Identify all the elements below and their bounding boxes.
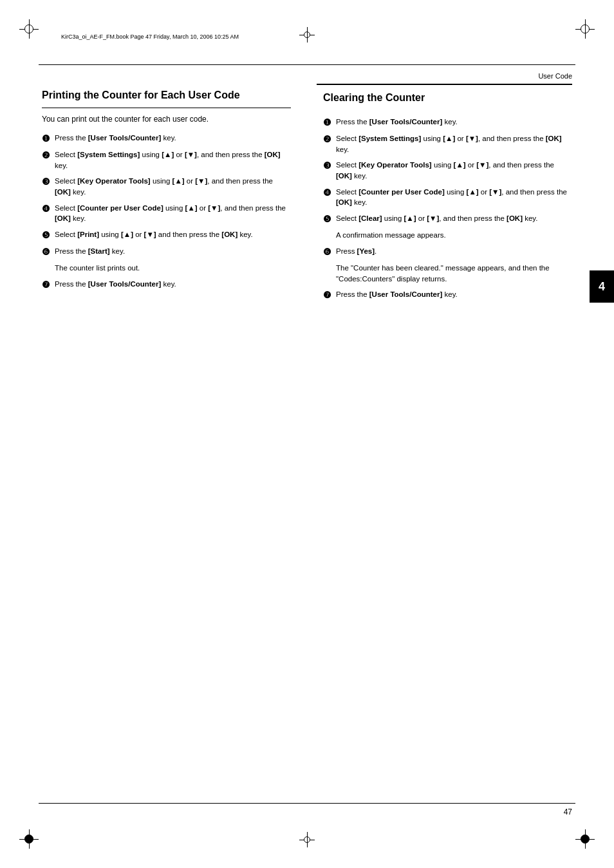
right-column: Clearing the Counter ❶ Press the [User T… (317, 84, 572, 307)
page-number: 47 (564, 807, 572, 816)
left-step-7: ❼ Press the [User Tools/Counter] key. (42, 279, 291, 290)
top-border (39, 64, 575, 65)
left-step-6-note: The counter list prints out. (55, 263, 291, 274)
right-step-1: ❶ Press the [User Tools/Counter] key. (323, 117, 572, 128)
right-step-6-number: ❻ (323, 246, 333, 258)
left-step-3-number: ❸ (42, 176, 52, 187)
right-step-1-content: Press the [User Tools/Counter] key. (336, 117, 572, 127)
left-step-2-number: ❷ (42, 149, 52, 161)
left-intro-text: You can print out the counter for each u… (42, 113, 291, 125)
corner-mark-tr (575, 19, 595, 39)
left-step-1-number: ❶ (42, 133, 52, 144)
left-step-1: ❶ Press the [User Tools/Counter] key. (42, 133, 291, 144)
right-step-6-note: The "Counter has been cleared." message … (336, 263, 572, 284)
right-step-3: ❸ Select [Key Operator Tools] using [▲] … (323, 160, 572, 181)
header-label: User Code (538, 72, 572, 80)
bottom-border (39, 803, 575, 804)
left-column: Printing the Counter for Each User Code … (42, 84, 297, 307)
right-step-2-content: Select [System Settings] using [▲] or [▼… (336, 133, 572, 155)
right-step-6-content: Press [Yes]. (336, 246, 572, 257)
chapter-tab: 4 (590, 270, 614, 303)
right-step-7: ❼ Press the [User Tools/Counter] key. (323, 289, 572, 301)
left-step-4-number: ❹ (42, 203, 52, 214)
left-step-6: ❻ Press the [Start] key. (42, 246, 291, 258)
right-step-7-number: ❼ (323, 289, 333, 301)
right-step-5-content: Select [Clear] using [▲] or [▼], and the… (336, 213, 572, 224)
top-center-mark (299, 27, 315, 42)
left-step-7-number: ❼ (42, 279, 52, 290)
right-step-7-content: Press the [User Tools/Counter] key. (336, 289, 572, 300)
left-step-4: ❹ Select [Counter per User Code] using [… (42, 203, 291, 224)
left-section-title: Printing the Counter for Each User Code (42, 89, 291, 108)
right-step-4-number: ❹ (323, 187, 333, 198)
left-step-5: ❺ Select [Print] using [▲] or [▼] and th… (42, 229, 291, 241)
right-step-3-content: Select [Key Operator Tools] using [▲] or… (336, 160, 572, 181)
page: KirC3a_oi_AE-F_FM.book Page 47 Friday, M… (0, 0, 614, 868)
content-area: Printing the Counter for Each User Code … (42, 84, 572, 797)
right-step-4-content: Select [Counter per User Code] using [▲]… (336, 187, 572, 208)
right-step-1-number: ❶ (323, 117, 333, 128)
left-step-1-content: Press the [User Tools/Counter] key. (55, 133, 291, 144)
right-step-4: ❹ Select [Counter per User Code] using [… (323, 187, 572, 208)
corner-mark-bl (19, 829, 39, 849)
left-step-3-content: Select [Key Operator Tools] using [▲] or… (55, 176, 291, 197)
left-step-5-number: ❺ (42, 229, 52, 241)
left-step-2: ❷ Select [System Settings] using [▲] or … (42, 149, 291, 171)
right-step-5-number: ❺ (323, 213, 333, 225)
right-step-5-note: A confirmation message appears. (336, 230, 572, 241)
corner-mark-tl (19, 19, 39, 39)
bottom-center-mark (299, 832, 315, 847)
right-step-2: ❷ Select [System Settings] using [▲] or … (323, 133, 572, 155)
left-step-4-content: Select [Counter per User Code] using [▲]… (55, 203, 291, 224)
two-column-layout: Printing the Counter for Each User Code … (42, 84, 572, 307)
right-step-5: ❺ Select [Clear] using [▲] or [▼], and t… (323, 213, 572, 225)
right-step-3-number: ❸ (323, 160, 333, 171)
corner-mark-br (575, 829, 595, 849)
file-info: KirC3a_oi_AE-F_FM.book Page 47 Friday, M… (61, 33, 239, 40)
left-step-5-content: Select [Print] using [▲] or [▼] and then… (55, 229, 291, 240)
left-step-2-content: Select [System Settings] using [▲] or [▼… (55, 149, 291, 171)
right-section-title: Clearing the Counter (323, 91, 572, 110)
right-step-2-number: ❷ (323, 133, 333, 145)
left-step-7-content: Press the [User Tools/Counter] key. (55, 279, 291, 290)
right-step-6: ❻ Press [Yes]. (323, 246, 572, 258)
left-step-6-content: Press the [Start] key. (55, 246, 291, 257)
left-step-6-number: ❻ (42, 246, 52, 258)
left-step-3: ❸ Select [Key Operator Tools] using [▲] … (42, 176, 291, 197)
